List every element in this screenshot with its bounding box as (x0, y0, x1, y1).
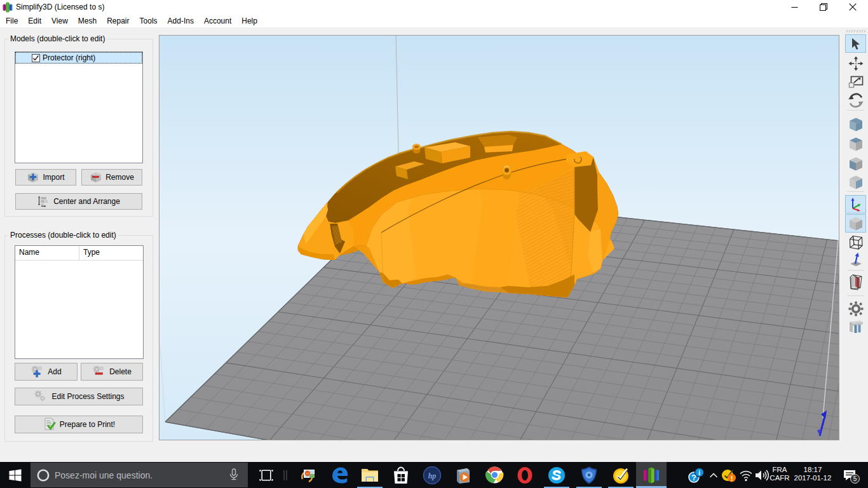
import-button[interactable]: Import (15, 169, 76, 186)
process-table[interactable]: Name Type (15, 245, 144, 359)
toggle-build-table-button[interactable] (845, 214, 866, 233)
gear-icon (848, 301, 864, 317)
side-view-button[interactable] (845, 173, 866, 191)
app-media-player[interactable] (448, 462, 478, 488)
minimize-button[interactable] (780, 0, 809, 14)
cortana-search-box[interactable]: Posez-moi une question. (31, 463, 248, 487)
app-security-shield[interactable] (574, 462, 604, 488)
models-group-label: Models (double-click to edit) (8, 34, 107, 43)
app-chrome[interactable] (479, 462, 510, 488)
scale-icon (848, 75, 864, 89)
hp-icon: hp (423, 466, 442, 485)
app-store[interactable] (386, 462, 416, 488)
translate-tool-button[interactable] (845, 54, 866, 72)
rotate-tool-button[interactable] (845, 91, 866, 109)
menu-mesh[interactable]: Mesh (73, 15, 102, 27)
windows-logo-icon (9, 469, 22, 482)
delete-button[interactable]: Delete (81, 363, 143, 381)
app-skype[interactable] (541, 462, 572, 488)
check-icon (32, 55, 39, 62)
app-file-explorer[interactable] (355, 462, 385, 488)
restore-button[interactable] (809, 0, 838, 14)
app-norton[interactable] (606, 462, 636, 488)
center-arrange-icon (37, 196, 50, 207)
tray-show-hidden[interactable] (707, 462, 721, 488)
remove-button-label: Remove (105, 173, 134, 182)
coordinate-axes-icon (848, 197, 864, 212)
machine-control-icon (848, 320, 864, 335)
cross-section-cube-icon (848, 273, 864, 290)
model-item-label: Protector (right) (43, 53, 95, 62)
edit-settings-gears-icon (33, 390, 48, 403)
import-cube-plus-icon (27, 172, 39, 183)
tray-norton[interactable]: ! (721, 462, 737, 488)
app-simplify3d[interactable] (636, 462, 667, 488)
menu-add-ins[interactable]: Add-Ins (163, 15, 199, 27)
surface-normals-button[interactable] (845, 250, 866, 269)
task-view-button[interactable] (251, 462, 281, 488)
machine-control-panel-button[interactable] (845, 318, 866, 336)
tray-network[interactable] (737, 462, 755, 488)
toolbar-separator (847, 295, 864, 296)
chrome-icon (485, 466, 504, 484)
app-hp[interactable]: hp (417, 462, 447, 488)
top-view-cube-icon (848, 137, 864, 152)
close-button[interactable] (838, 0, 867, 14)
scale-tool-button[interactable] (845, 72, 866, 91)
center-arrange-button[interactable]: Center and Arrange (15, 193, 142, 210)
menu-file[interactable]: File (1, 15, 23, 27)
opera-icon (516, 466, 534, 485)
svg-text:i: i (698, 468, 700, 476)
start-button[interactable] (0, 462, 31, 488)
help-assistant-icon: ? i (688, 467, 705, 484)
toolbar-drag-handle-icon[interactable] (846, 29, 866, 33)
rotate-icon (848, 93, 864, 108)
notification-center-button[interactable]: 5 (839, 462, 868, 488)
add-button-label: Add (48, 367, 61, 376)
tray-support-assistant[interactable]: ? i (686, 462, 707, 488)
right-toolbar (844, 27, 868, 462)
toggle-axes-button[interactable] (845, 195, 866, 214)
side-view-cube-icon (848, 175, 864, 190)
simplify3d-logo-icon (3, 2, 13, 13)
menu-tools[interactable]: Tools (135, 15, 163, 27)
clock-date: 2017-01-12 (792, 474, 833, 482)
menu-view[interactable]: View (46, 15, 73, 27)
cross-section-button[interactable] (845, 273, 866, 291)
wireframe-view-button[interactable] (845, 233, 866, 251)
prepare-to-print-label: Prepare to Print! (60, 420, 115, 429)
add-button[interactable]: Add (15, 363, 78, 381)
delete-button-label: Delete (109, 367, 132, 376)
app-edge[interactable] (325, 462, 355, 488)
app-photos[interactable] (292, 462, 323, 488)
model-list-item[interactable]: Protector (right) (15, 52, 142, 64)
top-view-button[interactable] (845, 135, 866, 153)
notification-badge: 5 (850, 474, 860, 484)
column-header-name[interactable]: Name (15, 246, 79, 260)
prepare-to-print-button[interactable]: Prepare to Print! (15, 416, 143, 433)
norton-icon (611, 466, 630, 485)
menu-edit[interactable]: Edit (23, 15, 46, 27)
menu-help[interactable]: Help (236, 15, 262, 27)
model-checkbox[interactable] (32, 54, 40, 62)
close-icon (849, 3, 857, 11)
select-tool-button[interactable] (845, 34, 866, 53)
front-view-button[interactable] (845, 154, 866, 173)
viewport-3d[interactable] (159, 35, 839, 440)
remove-button[interactable]: Remove (81, 169, 142, 186)
tray-clock[interactable]: 18:17 2017-01-12 (792, 466, 833, 485)
preferences-button[interactable] (845, 299, 866, 318)
svg-text:!: ! (731, 474, 733, 482)
front-view-cube-icon (848, 156, 864, 172)
microphone-icon[interactable] (229, 468, 239, 482)
clock-time: 18:17 (792, 466, 833, 474)
process-table-header: Name Type (15, 246, 143, 261)
menu-account[interactable]: Account (199, 15, 236, 27)
default-view-button[interactable] (845, 115, 866, 133)
model-list[interactable]: Protector (right) (15, 51, 143, 163)
menu-repair[interactable]: Repair (102, 15, 134, 27)
column-header-type[interactable]: Type (79, 246, 100, 260)
app-opera[interactable] (510, 462, 540, 488)
edit-process-settings-button[interactable]: Edit Process Settings (15, 388, 143, 405)
tray-language[interactable]: FRA CAFR (766, 466, 794, 485)
